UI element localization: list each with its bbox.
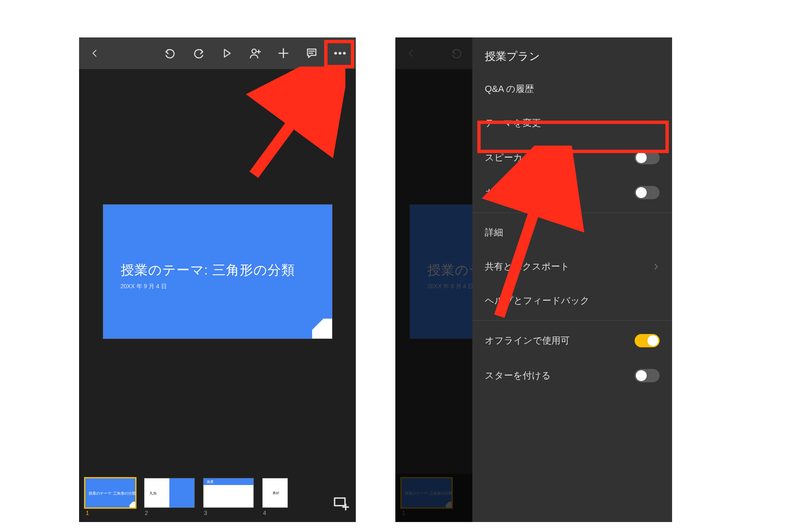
thumbnail-number: 3 <box>203 510 254 516</box>
toggle-star[interactable] <box>635 369 660 382</box>
thumbnail-preview[interactable]: 授業のテーマ: 三角形の分類 <box>85 478 136 508</box>
menu-item-help-feedback[interactable]: ヘルプとフィードバック <box>472 284 672 318</box>
back-button[interactable] <box>83 42 107 65</box>
menu-item-change-theme[interactable]: テーマを変更 <box>472 106 672 140</box>
menu-item-label: 共有とエクスポート <box>485 260 570 273</box>
menu-separator <box>472 320 672 321</box>
menu-item-label: ヘルプとフィードバック <box>485 294 590 307</box>
comment-button[interactable] <box>300 42 323 65</box>
phone-screenshot-right: 授業のテーマ: 三角形の分類 20XX 年 9 月 4 日 授業のテーマ: 三角… <box>395 37 672 522</box>
thumbnail-strip[interactable]: 授業のテーマ: 三角形の分類 1 丸角 2 角度 3 素材 4 <box>79 474 356 522</box>
plus-icon <box>277 47 290 60</box>
menu-item-label: 詳細 <box>485 226 503 239</box>
menu-item-label: スピーカー ノート <box>485 151 563 164</box>
insert-button[interactable] <box>272 42 295 65</box>
thumbnail-item[interactable]: 丸角 2 <box>144 478 195 516</box>
svg-point-8 <box>334 52 337 55</box>
thumbnail-number: 2 <box>144 510 195 516</box>
menu-item-details[interactable]: 詳細 <box>472 215 672 250</box>
toggle-offline[interactable] <box>635 334 660 347</box>
menu-item-offline-available[interactable]: オフラインで使用可 <box>472 323 672 358</box>
person-add-icon <box>249 47 261 59</box>
menu-item-label: ガイドを表示 <box>485 186 541 199</box>
thumbnail-preview[interactable]: 素材 <box>262 478 288 508</box>
menu-item-speaker-notes[interactable]: スピーカー ノート <box>472 140 672 175</box>
svg-point-10 <box>343 52 346 55</box>
new-slide-button[interactable] <box>332 494 350 512</box>
menu-item-qa-history[interactable]: Q&A の履歴 <box>472 72 672 106</box>
menu-item-label: スターを付ける <box>485 369 551 382</box>
slide-corner-fold <box>312 319 332 339</box>
thumbnail-number: 4 <box>262 510 288 516</box>
menu-title: 授業プラン <box>472 45 672 72</box>
slide-canvas[interactable]: 授業のテーマ: 三角形の分類 20XX 年 9 月 4 日 <box>103 204 333 339</box>
slide-title[interactable]: 授業のテーマ: 三角形の分類 <box>121 261 295 280</box>
menu-separator <box>472 213 672 213</box>
svg-point-9 <box>339 52 342 55</box>
chevron-right-icon <box>652 263 660 270</box>
menu-item-label: Q&A の履歴 <box>485 83 534 95</box>
svg-point-1 <box>252 49 256 53</box>
more-horizontal-icon <box>333 46 347 61</box>
undo-icon <box>164 47 176 59</box>
new-slide-icon <box>333 495 349 511</box>
menu-item-show-guides[interactable]: ガイドを表示 <box>472 175 672 210</box>
slide-editor[interactable]: 授業のテーマ: 三角形の分類 20XX 年 9 月 4 日 <box>79 69 356 474</box>
thumbnail-preview[interactable]: 角度 <box>203 478 254 508</box>
overflow-menu-panel: 授業プラン Q&A の履歴 テーマを変更 スピーカー ノート ガイドを表示 詳細… <box>472 37 672 522</box>
redo-icon <box>192 47 205 59</box>
thumbnail-number: 1 <box>85 510 136 516</box>
svg-marker-0 <box>224 49 230 57</box>
menu-item-label: テーマを変更 <box>485 117 541 129</box>
undo-button[interactable] <box>159 42 182 65</box>
toggle-show-guides[interactable] <box>635 186 660 199</box>
svg-rect-12 <box>335 499 345 505</box>
present-button[interactable] <box>215 42 238 65</box>
thumbnail-item[interactable]: 素材 4 <box>262 478 288 516</box>
menu-item-star[interactable]: スターを付ける <box>472 358 672 393</box>
phone-screenshot-left: 授業のテーマ: 三角形の分類 20XX 年 9 月 4 日 授業のテーマ: 三角… <box>79 37 356 522</box>
redo-button[interactable] <box>187 42 210 65</box>
more-options-button[interactable] <box>328 42 352 65</box>
thumbnail-item[interactable]: 授業のテーマ: 三角形の分類 1 <box>85 478 136 516</box>
toolbar <box>79 37 356 69</box>
thumbnail-item[interactable]: 角度 3 <box>203 478 254 516</box>
play-icon <box>221 47 233 59</box>
back-arrow-icon <box>90 49 99 58</box>
slide-date[interactable]: 20XX 年 9 月 4 日 <box>121 283 167 290</box>
add-person-button[interactable] <box>243 42 267 65</box>
comment-icon <box>305 47 318 59</box>
menu-item-share-export[interactable]: 共有とエクスポート <box>472 250 672 284</box>
thumbnail-preview[interactable]: 丸角 <box>144 478 195 508</box>
toggle-speaker-notes[interactable] <box>635 151 660 164</box>
menu-item-label: オフラインで使用可 <box>485 334 570 347</box>
